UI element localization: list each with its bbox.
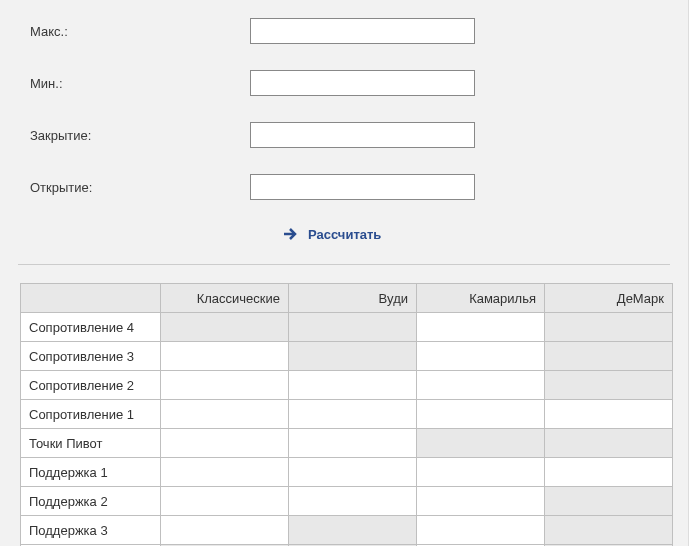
cell-classic [161,400,289,429]
cell-demark [545,313,673,342]
max-input[interactable] [250,18,475,44]
cell-camarilla [417,371,545,400]
cell-classic [161,516,289,545]
header-blank [21,284,161,313]
cell-demark [545,400,673,429]
cell-woodie [289,400,417,429]
cell-classic [161,429,289,458]
table-row: Сопротивление 1 [21,400,673,429]
cell-camarilla [417,400,545,429]
pivot-results-table: Классические Вуди Камарилья ДеМарк Сопро… [20,283,673,546]
table-row: Сопротивление 2 [21,371,673,400]
form-row-max: Макс.: [20,18,668,44]
row-label: Поддержка 2 [21,487,161,516]
submit-row: Рассчитать [20,226,668,242]
cell-classic [161,342,289,371]
row-label: Точки Пивот [21,429,161,458]
max-label: Макс.: [20,24,250,39]
row-label: Поддержка 3 [21,516,161,545]
row-label: Сопротивление 4 [21,313,161,342]
row-label: Сопротивление 2 [21,371,161,400]
table-row: Сопротивление 3 [21,342,673,371]
close-label: Закрытие: [20,128,250,143]
section-divider [18,264,670,265]
arrow-right-icon [282,226,298,242]
cell-camarilla [417,313,545,342]
form-row-close: Закрытие: [20,122,668,148]
cell-camarilla [417,487,545,516]
table-row: Поддержка 1 [21,458,673,487]
table-row: Поддержка 3 [21,516,673,545]
cell-demark [545,429,673,458]
calculate-button-label: Рассчитать [308,227,381,242]
cell-camarilla [417,516,545,545]
cell-woodie [289,371,417,400]
cell-demark [545,342,673,371]
row-label: Сопротивление 1 [21,400,161,429]
close-input[interactable] [250,122,475,148]
cell-camarilla [417,342,545,371]
table-header-row: Классические Вуди Камарилья ДеМарк [21,284,673,313]
table-row: Сопротивление 4 [21,313,673,342]
cell-classic [161,371,289,400]
calculate-button[interactable]: Рассчитать [282,226,381,242]
table-row: Поддержка 2 [21,487,673,516]
cell-woodie [289,429,417,458]
min-label: Мин.: [20,76,250,91]
cell-demark [545,371,673,400]
cell-woodie [289,342,417,371]
cell-woodie [289,458,417,487]
form-row-min: Мин.: [20,70,668,96]
open-label: Открытие: [20,180,250,195]
table-row: Точки Пивот [21,429,673,458]
cell-classic [161,458,289,487]
cell-demark [545,487,673,516]
cell-camarilla [417,429,545,458]
row-label: Сопротивление 3 [21,342,161,371]
cell-woodie [289,516,417,545]
pivot-calculator-page: Макс.: Мин.: Закрытие: Открытие: Рассчит… [0,0,689,546]
cell-camarilla [417,458,545,487]
form-row-open: Открытие: [20,174,668,200]
cell-classic [161,313,289,342]
cell-demark [545,458,673,487]
cell-woodie [289,313,417,342]
cell-demark [545,516,673,545]
cell-woodie [289,487,417,516]
min-input[interactable] [250,70,475,96]
header-classic: Классические [161,284,289,313]
row-label: Поддержка 1 [21,458,161,487]
header-demark: ДеМарк [545,284,673,313]
header-woodie: Вуди [289,284,417,313]
cell-classic [161,487,289,516]
open-input[interactable] [250,174,475,200]
header-camarilla: Камарилья [417,284,545,313]
